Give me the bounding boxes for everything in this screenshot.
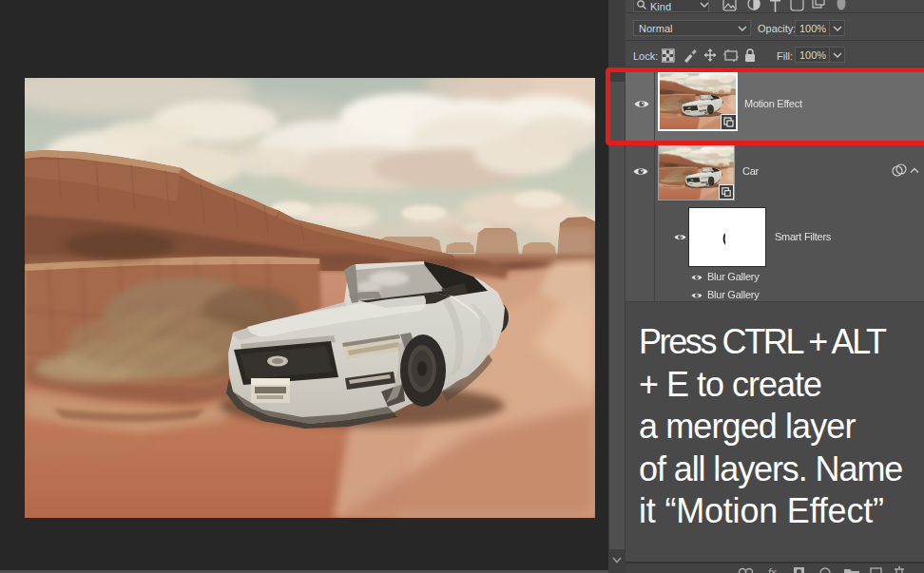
svg-text:fx: fx [768,566,777,573]
